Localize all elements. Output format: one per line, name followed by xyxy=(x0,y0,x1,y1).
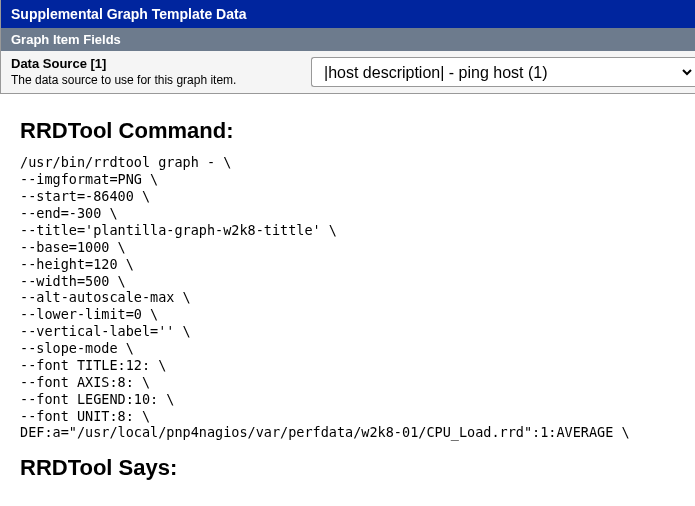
main-header: Supplemental Graph Template Data xyxy=(0,0,695,28)
field-label-title: Data Source [1] xyxy=(11,56,301,73)
rrdtool-command-heading: RRDTool Command: xyxy=(20,118,695,144)
field-label-description: The data source to use for this graph it… xyxy=(11,73,301,89)
rrdtool-command-text: /usr/bin/rrdtool graph - \ --imgformat=P… xyxy=(20,154,695,441)
data-source-select[interactable]: |host description| - ping host (1) xyxy=(311,57,695,87)
field-input-cell: |host description| - ping host (1) xyxy=(311,51,695,93)
data-source-row: Data Source [1] The data source to use f… xyxy=(0,51,695,94)
field-label-cell: Data Source [1] The data source to use f… xyxy=(1,51,311,93)
content-area: RRDTool Command: /usr/bin/rrdtool graph … xyxy=(0,94,695,481)
sub-header-title: Graph Item Fields xyxy=(11,32,121,47)
sub-header: Graph Item Fields xyxy=(0,28,695,51)
main-header-title: Supplemental Graph Template Data xyxy=(11,6,246,22)
rrdtool-says-heading: RRDTool Says: xyxy=(20,455,695,481)
